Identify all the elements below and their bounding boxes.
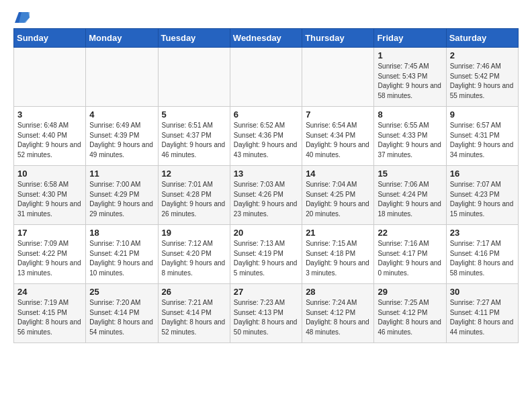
day-info: Sunrise: 7:21 AM Sunset: 4:14 PM Dayligh…	[162, 298, 226, 337]
day-info: Sunrise: 7:12 AM Sunset: 4:20 PM Dayligh…	[162, 239, 226, 278]
header	[13, 11, 519, 21]
table-row: 30Sunrise: 7:27 AM Sunset: 4:11 PM Dayli…	[446, 284, 518, 343]
day-number: 7	[306, 109, 370, 120]
col-wednesday: Wednesday	[230, 29, 302, 48]
day-info: Sunrise: 7:04 AM Sunset: 4:25 PM Dayligh…	[306, 180, 370, 219]
day-number: 16	[450, 169, 515, 179]
table-row: 14Sunrise: 7:04 AM Sunset: 4:25 PM Dayli…	[302, 166, 374, 225]
table-row: 21Sunrise: 7:15 AM Sunset: 4:18 PM Dayli…	[302, 225, 374, 284]
day-number: 14	[306, 169, 370, 179]
table-row: 23Sunrise: 7:17 AM Sunset: 4:16 PM Dayli…	[446, 225, 518, 284]
day-number: 6	[234, 109, 298, 120]
calendar: Sunday Monday Tuesday Wednesday Thursday…	[13, 28, 519, 343]
day-number: 12	[162, 169, 226, 179]
day-number: 1	[378, 50, 442, 60]
day-info: Sunrise: 6:51 AM Sunset: 4:37 PM Dayligh…	[162, 121, 226, 160]
table-row	[158, 48, 230, 107]
day-info: Sunrise: 7:10 AM Sunset: 4:21 PM Dayligh…	[89, 239, 154, 278]
calendar-header-row: Sunday Monday Tuesday Wednesday Thursday…	[14, 29, 519, 48]
day-number: 11	[89, 169, 154, 179]
table-row: 22Sunrise: 7:16 AM Sunset: 4:17 PM Dayli…	[374, 225, 446, 284]
table-row: 15Sunrise: 7:06 AM Sunset: 4:24 PM Dayli…	[374, 166, 446, 225]
day-number: 18	[89, 228, 154, 238]
day-info: Sunrise: 6:57 AM Sunset: 4:31 PM Dayligh…	[450, 121, 515, 160]
day-number: 10	[17, 169, 82, 179]
day-info: Sunrise: 7:20 AM Sunset: 4:14 PM Dayligh…	[89, 298, 154, 337]
table-row: 4Sunrise: 6:49 AM Sunset: 4:39 PM Daylig…	[86, 107, 158, 166]
table-row: 11Sunrise: 7:00 AM Sunset: 4:29 PM Dayli…	[86, 166, 158, 225]
day-number: 13	[234, 169, 298, 179]
day-info: Sunrise: 7:16 AM Sunset: 4:17 PM Dayligh…	[378, 239, 442, 278]
table-row: 16Sunrise: 7:07 AM Sunset: 4:23 PM Dayli…	[446, 166, 518, 225]
day-number: 5	[162, 109, 226, 120]
day-number: 22	[378, 228, 442, 238]
day-info: Sunrise: 7:25 AM Sunset: 4:12 PM Dayligh…	[378, 298, 442, 337]
col-monday: Monday	[86, 29, 158, 48]
day-info: Sunrise: 6:54 AM Sunset: 4:34 PM Dayligh…	[306, 121, 370, 160]
day-number: 2	[450, 50, 515, 60]
table-row: 20Sunrise: 7:13 AM Sunset: 4:19 PM Dayli…	[230, 225, 302, 284]
day-info: Sunrise: 7:09 AM Sunset: 4:22 PM Dayligh…	[17, 239, 82, 278]
day-info: Sunrise: 7:45 AM Sunset: 5:43 PM Dayligh…	[378, 62, 442, 101]
table-row: 1Sunrise: 7:45 AM Sunset: 5:43 PM Daylig…	[374, 48, 446, 107]
day-info: Sunrise: 6:55 AM Sunset: 4:33 PM Dayligh…	[378, 121, 442, 160]
table-row: 8Sunrise: 6:55 AM Sunset: 4:33 PM Daylig…	[374, 107, 446, 166]
day-number: 17	[17, 228, 82, 238]
day-number: 25	[89, 287, 154, 297]
day-number: 26	[162, 287, 226, 297]
table-row: 5Sunrise: 6:51 AM Sunset: 4:37 PM Daylig…	[158, 107, 230, 166]
day-info: Sunrise: 7:15 AM Sunset: 4:18 PM Dayligh…	[306, 239, 370, 278]
day-info: Sunrise: 7:46 AM Sunset: 5:42 PM Dayligh…	[450, 62, 515, 101]
table-row: 9Sunrise: 6:57 AM Sunset: 4:31 PM Daylig…	[446, 107, 518, 166]
day-number: 9	[450, 109, 515, 120]
table-row: 26Sunrise: 7:21 AM Sunset: 4:14 PM Dayli…	[158, 284, 230, 343]
day-info: Sunrise: 7:17 AM Sunset: 4:16 PM Dayligh…	[450, 239, 515, 278]
day-info: Sunrise: 7:27 AM Sunset: 4:11 PM Dayligh…	[450, 298, 515, 337]
day-number: 19	[162, 228, 226, 238]
calendar-week-row: 1Sunrise: 7:45 AM Sunset: 5:43 PM Daylig…	[14, 48, 519, 107]
table-row: 13Sunrise: 7:03 AM Sunset: 4:26 PM Dayli…	[230, 166, 302, 225]
table-row: 6Sunrise: 6:52 AM Sunset: 4:36 PM Daylig…	[230, 107, 302, 166]
table-row: 17Sunrise: 7:09 AM Sunset: 4:22 PM Dayli…	[14, 225, 86, 284]
day-info: Sunrise: 7:19 AM Sunset: 4:15 PM Dayligh…	[17, 298, 82, 337]
logo	[13, 11, 30, 21]
day-number: 15	[378, 169, 442, 179]
col-thursday: Thursday	[302, 29, 374, 48]
col-friday: Friday	[374, 29, 446, 48]
day-info: Sunrise: 6:52 AM Sunset: 4:36 PM Dayligh…	[234, 121, 298, 160]
table-row: 27Sunrise: 7:23 AM Sunset: 4:13 PM Dayli…	[230, 284, 302, 343]
calendar-week-row: 17Sunrise: 7:09 AM Sunset: 4:22 PM Dayli…	[14, 225, 519, 284]
col-saturday: Saturday	[446, 29, 518, 48]
day-info: Sunrise: 7:01 AM Sunset: 4:28 PM Dayligh…	[162, 180, 226, 219]
col-tuesday: Tuesday	[158, 29, 230, 48]
day-info: Sunrise: 7:07 AM Sunset: 4:23 PM Dayligh…	[450, 180, 515, 219]
day-info: Sunrise: 7:13 AM Sunset: 4:19 PM Dayligh…	[234, 239, 298, 278]
day-number: 8	[378, 109, 442, 120]
day-info: Sunrise: 6:49 AM Sunset: 4:39 PM Dayligh…	[89, 121, 154, 160]
table-row	[230, 48, 302, 107]
logo-icon	[15, 11, 30, 23]
col-sunday: Sunday	[14, 29, 86, 48]
calendar-week-row: 10Sunrise: 6:58 AM Sunset: 4:30 PM Dayli…	[14, 166, 519, 225]
day-number: 24	[17, 287, 82, 297]
day-info: Sunrise: 7:24 AM Sunset: 4:12 PM Dayligh…	[306, 298, 370, 337]
day-info: Sunrise: 7:00 AM Sunset: 4:29 PM Dayligh…	[89, 180, 154, 219]
day-number: 30	[450, 287, 515, 297]
table-row: 3Sunrise: 6:48 AM Sunset: 4:40 PM Daylig…	[14, 107, 86, 166]
table-row: 12Sunrise: 7:01 AM Sunset: 4:28 PM Dayli…	[158, 166, 230, 225]
table-row	[302, 48, 374, 107]
table-row	[14, 48, 86, 107]
table-row: 29Sunrise: 7:25 AM Sunset: 4:12 PM Dayli…	[374, 284, 446, 343]
day-info: Sunrise: 7:06 AM Sunset: 4:24 PM Dayligh…	[378, 180, 442, 219]
table-row: 2Sunrise: 7:46 AM Sunset: 5:42 PM Daylig…	[446, 48, 518, 107]
day-number: 20	[234, 228, 298, 238]
day-number: 28	[306, 287, 370, 297]
day-number: 27	[234, 287, 298, 297]
table-row: 19Sunrise: 7:12 AM Sunset: 4:20 PM Dayli…	[158, 225, 230, 284]
table-row: 18Sunrise: 7:10 AM Sunset: 4:21 PM Dayli…	[86, 225, 158, 284]
day-number: 3	[17, 109, 82, 120]
table-row: 24Sunrise: 7:19 AM Sunset: 4:15 PM Dayli…	[14, 284, 86, 343]
page: Sunday Monday Tuesday Wednesday Thursday…	[0, 0, 532, 411]
table-row: 7Sunrise: 6:54 AM Sunset: 4:34 PM Daylig…	[302, 107, 374, 166]
calendar-week-row: 3Sunrise: 6:48 AM Sunset: 4:40 PM Daylig…	[14, 107, 519, 166]
